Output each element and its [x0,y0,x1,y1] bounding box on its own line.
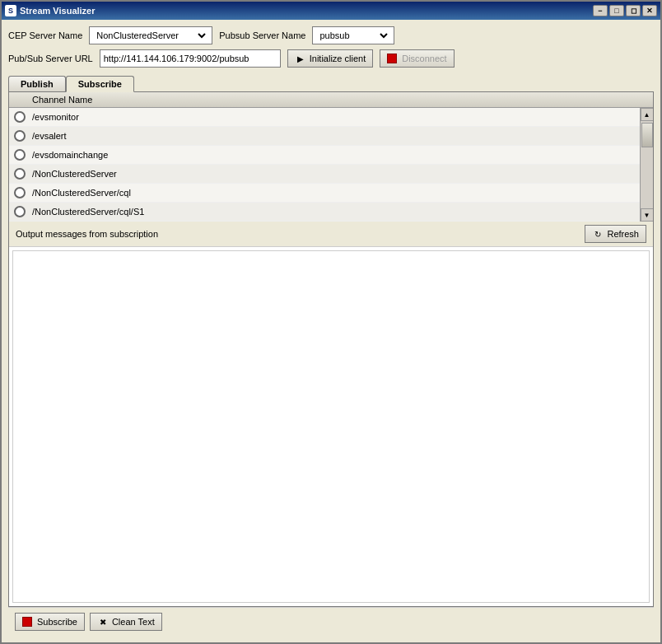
tab-publish[interactable]: Publish [8,76,66,92]
channel-radio-6[interactable] [14,206,26,217]
close-button[interactable]: ✕ [642,5,657,16]
scroll-thumb[interactable] [641,123,653,147]
cep-server-dropdown[interactable]: NonClusteredServer [93,30,208,41]
url-input[interactable] [100,49,281,68]
bottom-bar: Subscribe ✖ Clean Text [8,607,654,636]
channel-row: /evsmonitor [9,108,640,127]
channel-table-header: Channel Name [9,92,653,108]
window-controls: − □ ◻ ✕ [593,5,657,16]
channel-radio-2[interactable] [14,130,26,142]
clean-text-button[interactable]: ✖ Clean Text [90,613,162,631]
channel-scrollbar[interactable]: ▲ ▼ [640,108,653,222]
output-header: Output messages from subscription ↻ Refr… [9,222,653,247]
refresh-label: Refresh [607,229,639,239]
pubsub-server-select[interactable]: pubsub [312,26,394,44]
window-title: Stream Visualizer [20,6,593,16]
subscribe-icon [22,617,32,627]
url-label: Pub/Sub Server URL [8,54,93,63]
maximize-button[interactable]: □ [609,5,624,16]
channel-name-2: /evsalert [32,131,67,141]
content-area: CEP Server Name NonClusteredServer Pubsu… [2,20,660,642]
clean-text-icon: ✖ [97,616,109,628]
initialize-client-button[interactable]: ▶ Initialize client [287,49,373,68]
init-client-label: Initialize client [310,54,366,63]
channel-row: /NonClusteredServer/cql [9,184,640,203]
output-text-area[interactable] [12,250,650,603]
channel-radio-5[interactable] [14,187,26,198]
pubsub-server-label: Pubsub Server Name [219,30,305,40]
channel-radio-1[interactable] [14,111,26,123]
server-row: CEP Server Name NonClusteredServer Pubsu… [8,26,654,44]
main-panel: Channel Name /evsmonitor /evsalert [8,91,654,607]
subscribe-button[interactable]: Subscribe [15,613,85,631]
titlebar: S Stream Visualizer − □ ◻ ✕ [2,2,660,20]
disconnect-icon [387,54,397,63]
channel-radio-4[interactable] [14,168,26,180]
channel-row: /NonClusteredServer [9,165,640,184]
channel-row: /evsalert [9,127,640,146]
channel-radio-3[interactable] [14,149,26,161]
scroll-up-arrow[interactable]: ▲ [641,108,654,121]
cep-server-label: CEP Server Name [8,30,82,40]
minimize-button[interactable]: − [593,5,608,16]
main-window: S Stream Visualizer − □ ◻ ✕ CEP Server N… [0,0,662,644]
pubsub-server-dropdown[interactable]: pubsub [316,30,390,41]
disconnect-button[interactable]: Disconnect [380,49,454,68]
channel-name-6: /NonClusteredServer/cql/S1 [32,207,144,217]
output-label: Output messages from subscription [16,229,158,239]
channel-name-4: /NonClusteredServer [32,169,117,179]
tab-bar: Publish Subscribe [8,76,654,92]
disconnect-label: Disconnect [402,54,446,63]
init-icon: ▶ [295,53,306,64]
channel-list-container: /evsmonitor /evsalert /evsdomainchange /… [9,108,653,222]
cep-server-select[interactable]: NonClusteredServer [89,26,212,44]
tab-subscribe[interactable]: Subscribe [66,76,134,92]
clean-text-label: Clean Text [112,617,155,627]
refresh-icon: ↻ [592,228,604,240]
channel-entries: /evsmonitor /evsalert /evsdomainchange /… [9,108,640,222]
channel-name-1: /evsmonitor [32,112,79,122]
scroll-down-arrow[interactable]: ▼ [641,208,654,222]
app-icon: S [5,5,16,16]
channel-row: /NonClusteredServer/cql/S1 [9,203,640,222]
channel-name-3: /evsdomainchange [32,150,108,160]
url-row: Pub/Sub Server URL ▶ Initialize client D… [8,49,654,68]
channel-name-5: /NonClusteredServer/cql [32,188,131,198]
channel-row: /evsdomainchange [9,146,640,165]
channel-name-header: Channel Name [32,95,92,105]
subscribe-label: Subscribe [37,617,77,627]
restore-button[interactable]: ◻ [626,5,641,16]
refresh-button[interactable]: ↻ Refresh [585,225,646,243]
